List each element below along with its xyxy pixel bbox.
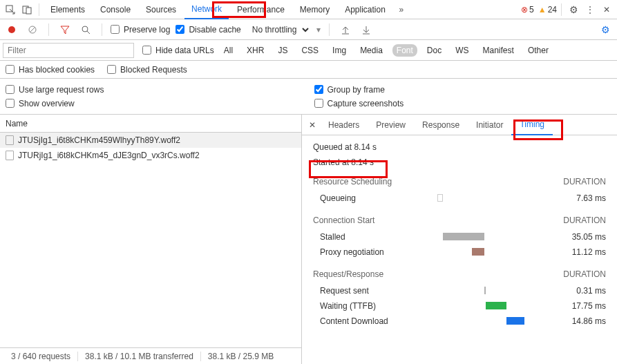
- filter-all[interactable]: All: [220, 44, 237, 57]
- tab-console[interactable]: Console: [93, 1, 137, 19]
- started-at-text: Started at 8.14 s: [313, 157, 606, 167]
- duration-label: DURATION: [563, 177, 606, 186]
- warning-count-badge[interactable]: ▲24: [538, 5, 557, 15]
- timing-label: Queueing: [313, 193, 437, 203]
- preserve-log-label: Preserve log: [124, 25, 170, 35]
- tab-elements[interactable]: Elements: [44, 1, 92, 19]
- status-resources: 38.1 kB / 25.9 MB: [201, 352, 281, 361]
- disable-cache-checkbox[interactable]: Disable cache: [175, 25, 240, 35]
- error-count-badge[interactable]: ⊗5: [521, 5, 534, 15]
- tab-sources[interactable]: Sources: [139, 1, 183, 19]
- queued-at-text: Queued at 8.14 s: [313, 142, 606, 152]
- kebab-menu-icon[interactable]: ⋮: [582, 2, 598, 17]
- inspect-element-icon[interactable]: [3, 2, 18, 17]
- tab-memory[interactable]: Memory: [293, 1, 336, 19]
- detail-tab-headers[interactable]: Headers: [320, 115, 368, 135]
- show-overview-checkbox[interactable]: Show overview: [6, 99, 303, 108]
- upload-har-icon[interactable]: [338, 22, 353, 37]
- has-blocked-cookies-checkbox[interactable]: Has blocked cookies: [6, 65, 95, 75]
- section-title: Request/Response: [313, 269, 383, 279]
- network-toolbar: Preserve log Disable cache No throttling…: [0, 19, 617, 40]
- timing-label: Request sent: [313, 286, 437, 296]
- tab-application[interactable]: Application: [338, 1, 392, 19]
- filter-media[interactable]: Media: [356, 44, 387, 57]
- filter-funnel-icon[interactable]: [57, 22, 73, 37]
- request-file-name: JTUSjIg1_i6t8kCHKm459WlhyyTh89Y.woff2: [18, 135, 180, 145]
- timing-label: Waiting (TTFB): [313, 301, 437, 311]
- status-bar: 3 / 640 requests 38.1 kB / 10.1 MB trans…: [0, 347, 301, 364]
- timing-value: 17.75 ms: [552, 301, 606, 311]
- timing-body: Queued at 8.14 s Started at 8.14 s Resou…: [302, 135, 617, 364]
- blocked-requests-checkbox[interactable]: Blocked Requests: [107, 65, 187, 75]
- preserve-log-checkbox[interactable]: Preserve log: [111, 25, 170, 35]
- request-row[interactable]: JTUSjIg1_i6t8kCHKm459WlhyyTh89Y.woff2: [0, 133, 301, 148]
- use-large-rows-checkbox[interactable]: Use large request rows: [6, 85, 303, 95]
- timing-value: 7.63 ms: [552, 193, 606, 203]
- filter-css[interactable]: CSS: [297, 44, 323, 57]
- timing-label: Content Download: [313, 316, 437, 326]
- request-row[interactable]: JTURjIg1_i6t8kCHKm45_dJE3gnD_vx3rCs.woff…: [0, 148, 301, 163]
- status-transferred: 38.1 kB / 10.1 MB transferred: [78, 352, 201, 361]
- detail-tab-timing[interactable]: Timing: [511, 115, 553, 135]
- throttling-select[interactable]: No throttling: [247, 23, 311, 37]
- file-icon: [6, 135, 14, 145]
- filter-js[interactable]: JS: [274, 44, 292, 57]
- group-by-frame-label: Group by frame: [328, 85, 385, 95]
- timing-value: 14.86 ms: [552, 316, 606, 326]
- more-tabs-icon[interactable]: »: [394, 2, 409, 17]
- devtools-top-toolbar: Elements Console Sources Network Perform…: [0, 0, 617, 19]
- error-count: 5: [529, 5, 534, 15]
- show-overview-label: Show overview: [19, 99, 75, 108]
- blocked-requests-label: Blocked Requests: [120, 65, 187, 75]
- detail-tab-initiator[interactable]: Initiator: [468, 115, 511, 135]
- disable-cache-label: Disable cache: [189, 25, 240, 35]
- download-har-icon[interactable]: [359, 22, 374, 37]
- name-column-header[interactable]: Name: [0, 115, 301, 133]
- request-list-panel: Name JTUSjIg1_i6t8kCHKm459WlhyyTh89Y.wof…: [0, 115, 302, 364]
- tab-network[interactable]: Network: [184, 0, 229, 19]
- svg-line-5: [30, 27, 35, 32]
- record-icon[interactable]: [4, 22, 19, 37]
- request-file-name: JTURjIg1_i6t8kCHKm45_dJE3gnD_vx3rCs.woff…: [18, 151, 200, 160]
- group-by-frame-checkbox[interactable]: Group by frame: [314, 85, 612, 95]
- svg-point-3: [8, 26, 15, 33]
- timing-value: 11.12 ms: [552, 247, 606, 257]
- detail-tab-response[interactable]: Response: [414, 115, 468, 135]
- svg-rect-2: [26, 8, 31, 14]
- timing-label: Stalled: [313, 232, 437, 242]
- svg-point-6: [82, 26, 88, 32]
- hide-data-urls-label: Hide data URLs: [155, 46, 214, 55]
- capture-screenshots-label: Capture screenshots: [328, 99, 404, 108]
- timing-label: Proxy negotiation: [313, 247, 437, 257]
- chevron-down-icon: ▾: [316, 25, 321, 35]
- network-filter-bar: Hide data URLs All XHR JS CSS Img Media …: [0, 40, 617, 61]
- has-blocked-cookies-label: Has blocked cookies: [19, 65, 95, 75]
- settings-gear-icon[interactable]: ⚙: [566, 2, 581, 17]
- timing-value: 0.31 ms: [552, 286, 606, 296]
- filter-img[interactable]: Img: [328, 44, 350, 57]
- filter-font[interactable]: Font: [392, 44, 417, 57]
- duration-label: DURATION: [563, 269, 606, 279]
- close-devtools-icon[interactable]: ✕: [599, 2, 614, 17]
- clear-icon[interactable]: [25, 22, 40, 37]
- blocked-bar: Has blocked cookies Blocked Requests: [0, 61, 617, 79]
- close-detail-icon[interactable]: ✕: [305, 117, 320, 133]
- detail-tab-preview[interactable]: Preview: [368, 115, 414, 135]
- network-settings-gear-icon[interactable]: ⚙: [598, 22, 613, 37]
- filter-input[interactable]: [3, 43, 134, 58]
- filter-manifest[interactable]: Manifest: [479, 44, 518, 57]
- capture-screenshots-checkbox[interactable]: Capture screenshots: [314, 99, 612, 108]
- detail-tabs: ✕ Headers Preview Response Initiator Tim…: [302, 115, 617, 135]
- filter-ws[interactable]: WS: [451, 44, 473, 57]
- filter-other[interactable]: Other: [524, 44, 553, 57]
- request-detail-panel: ✕ Headers Preview Response Initiator Tim…: [302, 115, 617, 364]
- search-icon[interactable]: [78, 22, 93, 37]
- device-toggle-icon[interactable]: [19, 2, 35, 17]
- section-title: Connection Start: [313, 215, 374, 225]
- network-content: Name JTUSjIg1_i6t8kCHKm459WlhyyTh89Y.wof…: [0, 115, 617, 364]
- hide-data-urls-checkbox[interactable]: Hide data URLs: [140, 46, 214, 55]
- filter-xhr[interactable]: XHR: [243, 44, 268, 57]
- section-title: Resource Scheduling: [313, 177, 392, 186]
- filter-doc[interactable]: Doc: [423, 44, 446, 57]
- tab-performance[interactable]: Performance: [230, 1, 292, 19]
